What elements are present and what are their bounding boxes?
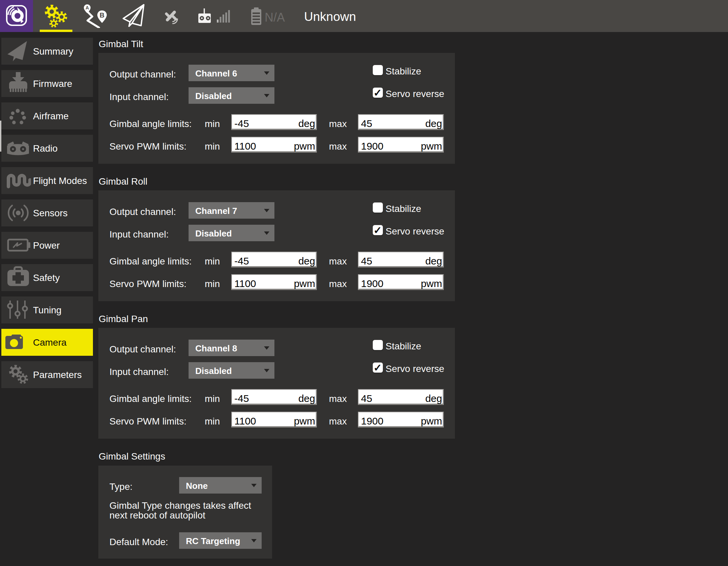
svg-text:B: B [100, 11, 104, 19]
svg-text:A: A [86, 5, 89, 10]
